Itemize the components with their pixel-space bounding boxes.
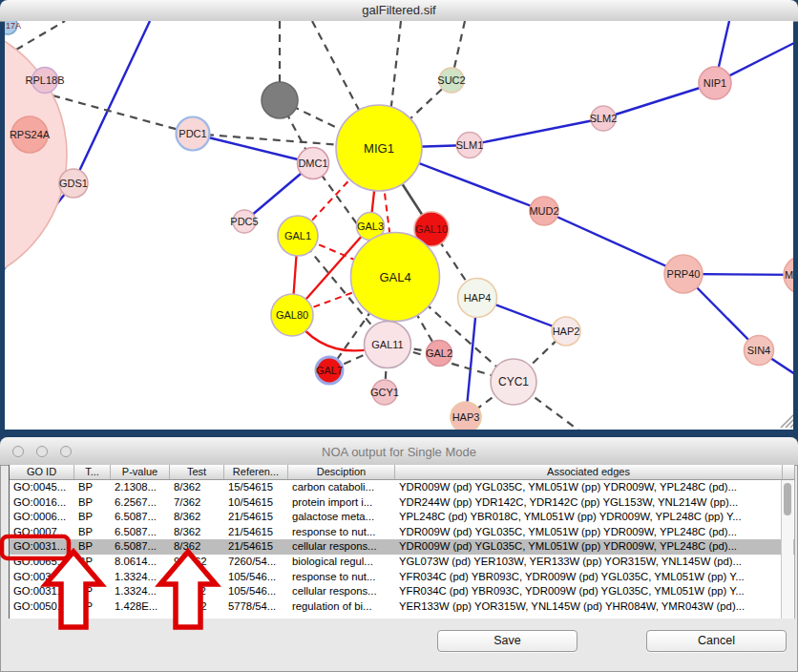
cell: YDR009W (pd) YGL035C, YML051W (pp) YDR00… xyxy=(395,480,783,495)
cell: BP xyxy=(74,555,111,570)
cell: 21/54615 xyxy=(224,525,288,540)
cell: 1.3324... xyxy=(111,570,170,585)
cell: 94/362 xyxy=(170,555,224,570)
cell: BP xyxy=(74,525,111,540)
cell: GO:0050... xyxy=(10,599,74,615)
cell: 11/362 xyxy=(170,570,224,585)
cell: 1.428E... xyxy=(111,599,170,615)
column-header-referen-[interactable]: Referen... xyxy=(224,465,288,479)
cell: GO:0065... xyxy=(10,555,74,570)
column-header-desciption[interactable]: Desciption xyxy=(288,465,395,479)
table-row[interactable]: GO:0050...BP1.428E...80/3625778/54...reg… xyxy=(10,599,794,615)
network-canvas[interactable]: RPL18BRPS24AGDS1PDC1DMC1MIG1SUC2SLM1SLM2… xyxy=(5,21,793,430)
cell: response to nut... xyxy=(288,525,395,540)
cell: GO:0031... xyxy=(10,539,74,555)
cell: 8/362 xyxy=(170,539,224,555)
table-row[interactable]: GO:0006...BP6.5087...8/36221/54615galact… xyxy=(10,510,794,525)
node-label-HAP3: HAP3 xyxy=(452,411,480,423)
graph-window: galFiltered.sif RPL18BRPS24AGDS1PDC1DMC1… xyxy=(0,0,798,439)
node-label-HAP4: HAP4 xyxy=(464,292,492,304)
table-row[interactable]: GO:0065...BP8.0614...94/3627260/54...bio… xyxy=(10,555,794,570)
node-label-PRP40: PRP40 xyxy=(667,268,701,280)
node-label-GAL1: GAL1 xyxy=(284,230,311,242)
noa-titlebar[interactable]: NOA output for Single Mode xyxy=(0,437,798,466)
cell: galactose meta... xyxy=(288,510,395,525)
graph-titlebar[interactable]: galFiltered.sif xyxy=(0,0,798,22)
cell: cellular respons... xyxy=(288,539,395,555)
noa-output-window: NOA output for Single Mode GO IDT...P-va… xyxy=(0,437,798,672)
cell: response to nut... xyxy=(288,570,395,585)
noa-results-table: GO IDT...P-valueTestReferen...Desciption… xyxy=(9,465,795,619)
node-label-DMC1: DMC1 xyxy=(298,158,327,169)
cell: GO:0006... xyxy=(10,510,74,525)
node-label-SLM1: SLM1 xyxy=(456,139,484,151)
table-row[interactable]: GO:0031...BP6.5087...8/36221/54615cellul… xyxy=(10,539,794,555)
table-row[interactable]: GO:0016...BP6.2567...7/36210/54615protei… xyxy=(10,495,794,511)
node-label-GAL80: GAL80 xyxy=(276,309,308,321)
node-label-NIP1: NIP1 xyxy=(704,77,726,89)
cell: 8/362 xyxy=(170,510,224,525)
cell: YDR244W (pp) YDR142C, YDR142C (pp) YGL15… xyxy=(395,495,783,511)
cancel-button[interactable]: Cancel xyxy=(646,630,787,652)
save-button[interactable]: Save xyxy=(437,630,578,652)
node-label-PDC5: PDC5 xyxy=(230,216,258,227)
cell: BP xyxy=(74,510,111,525)
edge-blue xyxy=(603,83,715,118)
scrollbar-thumb[interactable] xyxy=(784,483,791,515)
cell: 2.1308... xyxy=(111,480,170,495)
cell: YFR034C (pd) YBR093C, YDR009W (pd) YGL03… xyxy=(395,584,783,599)
node-label-HAP2: HAP2 xyxy=(553,326,580,337)
edge-blue xyxy=(470,118,603,145)
cell: 105/546... xyxy=(224,584,288,599)
vertical-scrollbar[interactable] xyxy=(781,480,793,619)
cell: 8/362 xyxy=(170,480,224,495)
node-label-MIG1: MIG1 xyxy=(364,141,394,156)
cell: GO:0016... xyxy=(10,495,74,511)
button-bar: Save Cancel xyxy=(0,619,798,672)
cell: 11/362 xyxy=(170,584,224,599)
resize-grip-icon xyxy=(781,414,793,428)
node-label-GAL10: GAL10 xyxy=(415,223,448,235)
cell: BP xyxy=(74,480,111,495)
table-row[interactable]: GO:0031...BP1.3324...11/362105/546...cel… xyxy=(10,584,794,599)
table-row[interactable]: GO:0031...BP1.3324...11/362105/546...res… xyxy=(10,570,794,585)
cell: GO:0031... xyxy=(10,570,74,585)
cell: 21/54615 xyxy=(224,510,288,525)
node-label-RPL18B: RPL18B xyxy=(26,74,65,86)
cell: 1.3324... xyxy=(111,584,170,599)
column-header-associated-edges[interactable]: Associated edges xyxy=(395,465,783,479)
table-row[interactable]: GO:0007...BP6.5087...8/36221/54615respon… xyxy=(10,525,794,540)
cell: regulation of bi... xyxy=(288,599,395,615)
column-header-test[interactable]: Test xyxy=(170,465,224,479)
node-big-left[interactable] xyxy=(5,21,67,289)
cell: YFR034C (pd) YBR093C, YDR009W (pd) YGL03… xyxy=(395,570,783,585)
cell: YGL073W (pd) YER103W, YER133W (pp) YOR31… xyxy=(395,555,783,570)
column-header-p-value[interactable]: P-value xyxy=(111,465,170,479)
cell: YDR009W (pd) YGL035C, YML051W (pp) YDR00… xyxy=(395,525,783,540)
cell: 6.5087... xyxy=(111,510,170,525)
cell: GO:0007... xyxy=(10,525,74,540)
table-row[interactable]: GO:0045...BP2.1308...8/36215/54615carbon… xyxy=(10,480,794,495)
cell: YER133W (pp) YOR315W, YNL145W (pd) YHR08… xyxy=(395,599,783,615)
column-header-t-[interactable]: T... xyxy=(74,465,111,479)
node-label-GDS1: GDS1 xyxy=(59,178,88,189)
cell: protein import i... xyxy=(288,495,395,511)
cell: YPL248C (pd) YBR018C, YML051W (pp) YDR00… xyxy=(395,510,783,525)
edge-blue xyxy=(544,211,683,274)
cell: 8.0614... xyxy=(111,555,170,570)
cell: GO:0045... xyxy=(10,480,74,495)
node-gray-node[interactable] xyxy=(262,82,298,118)
cell: cellular respons... xyxy=(288,584,395,599)
edge-dash xyxy=(16,21,65,50)
node-label-MUD2: MUD2 xyxy=(529,205,558,217)
node-label-GAL2: GAL2 xyxy=(426,347,452,359)
table-header-row: GO IDT...P-valueTestReferen...Desciption… xyxy=(10,465,794,480)
cell: 7260/54... xyxy=(224,555,288,570)
cell: YDR009W (pd) YGL035C, YML051W (pp) YDR00… xyxy=(395,539,783,555)
cell: 80/362 xyxy=(170,599,224,615)
cell: 15/54615 xyxy=(224,480,288,495)
node-label-GAL4: GAL4 xyxy=(379,270,410,284)
column-header-go-id[interactable]: GO ID xyxy=(10,465,74,479)
edge-dash xyxy=(52,95,193,134)
cell: BP xyxy=(74,495,111,511)
